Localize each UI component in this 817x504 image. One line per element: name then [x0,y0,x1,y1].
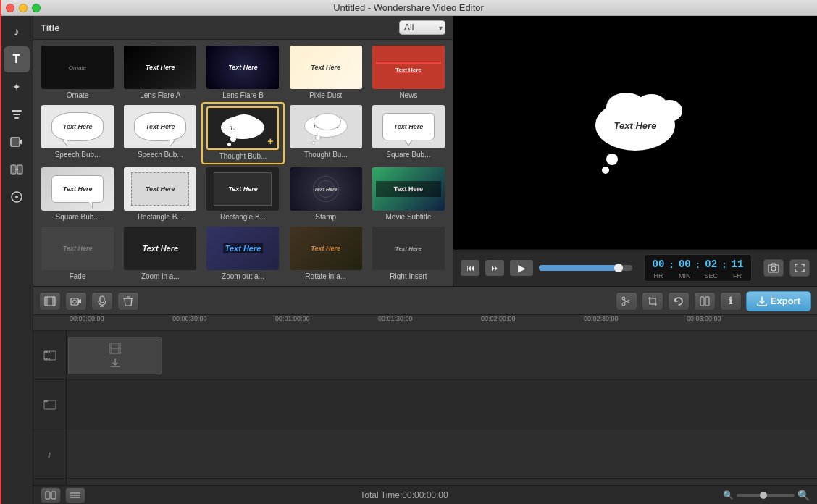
title-thumb-lens-flare-b: Text Here [206,46,279,89]
zoom-thumb[interactable] [760,492,767,499]
title-item-news[interactable]: Text Here News [367,43,450,102]
progress-knob[interactable] [614,264,623,272]
title-item-thought-bub-b[interactable]: Text Here Thought Bu... [285,102,367,164]
split-button[interactable] [694,292,716,311]
title-text-pixie-dust: Text Here [311,64,340,71]
video-clip[interactable]: 🎞 [68,337,162,374]
status-left [41,487,85,503]
zoom-control: 🔍 🔍 [723,490,810,501]
camera-button[interactable] [65,292,87,311]
title-item-zoom-in[interactable]: Text Here Zoom in a... [119,224,201,283]
ruler-tick-1: 00:00:30:00 [172,315,207,322]
audio-track [67,429,817,479]
undo-button[interactable] [668,292,690,311]
svg-rect-1 [13,114,20,115]
svg-rect-16 [100,296,104,303]
filter-select[interactable]: All Basic Stylish Bubble [399,20,445,35]
minimize-button[interactable] [19,4,28,12]
sidebar-item-music[interactable]: ♪ [4,19,30,45]
svg-rect-22 [705,297,709,306]
title-item-speech-bub-a[interactable]: Text Here Speech Bub... [36,102,119,164]
title-thumb-rect-b-a: Text Here [124,167,196,211]
svg-rect-30 [44,400,56,409]
track-label-video [33,331,66,380]
svg-point-10 [771,266,776,271]
title-thumb-pixie-dust: Text Here [290,46,362,89]
close-button[interactable] [6,4,14,12]
svg-rect-2 [14,117,19,119]
title-label-rotate-in: Rotate in a... [305,272,346,280]
title-label-square-bub: Square Bub... [386,151,430,159]
title-item-square-bub[interactable]: Text Here Square Bub... [367,102,450,164]
title-label-thought-bub-b: Thought Bu... [304,151,348,159]
filter-select-wrapper[interactable]: All Basic Stylish Bubble [399,20,445,35]
preview-cloud-tail2 [602,167,609,174]
zoom-slider[interactable] [737,494,795,497]
export-button[interactable]: Export [746,291,811,311]
title-item-lens-flare-a[interactable]: Text Here Lens Flare A [119,43,201,102]
title-label-zoom-out: Zoom out a... [222,272,264,280]
timecode-fr-col: 11 FR [726,256,748,280]
sidebar-item-fx[interactable]: ✦ [4,74,30,100]
title-item-rotate-in[interactable]: Text Here Rotate in a... [285,224,367,283]
title-text-right-insert: Text Here [395,245,422,252]
timecode-min-col: 00 MIN [674,256,695,280]
title-text-speech-bub-b: Text Here [146,123,175,130]
title-item-rect-b-a[interactable]: Text Here Rectangle B... [119,164,201,224]
sidebar-item-filter[interactable] [4,101,30,127]
total-time-display: Total Time:00:00:00:00 [360,490,448,500]
title-item-movie-subtitle[interactable]: Text Here Movie Subtitle [367,164,450,224]
title-item-rect-b-b[interactable]: Text Here Rectangle B... [201,164,284,224]
title-panel-header: Title All Basic Stylish Bubble [33,16,453,40]
title-thumb-square-bub-b: Text Here [41,167,114,211]
sidebar-item-video[interactable] [4,129,30,155]
title-label-speech-bub-b: Speech Bub... [138,151,183,159]
title-item-lens-flare-b[interactable]: Text Here Lens Flare B [201,43,284,102]
sidebar-item-motion[interactable] [4,184,30,210]
title-item-fade[interactable]: Text Here Fade [36,224,119,283]
title-thumb-thought-bub-a: Text Here + [206,106,279,150]
ruler-tick-3: 00:01:30:00 [378,315,413,322]
fit-button[interactable] [39,292,61,311]
main-layout: ♪ T ✦ [0,16,817,504]
frame-back-button[interactable]: ⏭ [485,260,504,276]
progress-bar[interactable] [539,265,632,271]
title-item-right-insert[interactable]: Text Here Right Insert [367,224,450,283]
title-library-panel: Title All Basic Stylish Bubble [33,16,453,286]
screenshot-button[interactable] [763,259,784,277]
title-thumb-movie-subtitle: Text Here [372,167,445,211]
svg-rect-11 [45,297,55,306]
cut-button[interactable] [616,292,637,311]
maximize-button[interactable] [32,4,41,12]
storyboard-view-button[interactable] [41,487,61,503]
track-label-audio: ♪ [33,429,66,479]
mic-button[interactable] [91,292,113,311]
title-item-ornate[interactable]: Ornate Ornate [36,43,119,102]
title-item-pixie-dust[interactable]: Text Here Pixie Dust [285,43,367,102]
rewind-button[interactable]: ⏮ [461,260,479,276]
svg-rect-14 [71,298,78,305]
crop-button[interactable] [642,292,663,311]
sidebar-item-transition[interactable] [4,156,30,182]
sidebar-item-title[interactable]: T [4,46,30,72]
title-panel-label: Title [41,22,60,33]
title-item-speech-bub-b[interactable]: Text Here Speech Bub... [119,102,201,164]
title-thumb-rect-b-b: Text Here [206,167,279,211]
title-thumb-square-bub: Text Here [372,105,445,148]
timeline-view-button[interactable] [65,487,85,503]
svg-rect-31 [44,400,46,402]
title-item-zoom-out[interactable]: Text Here Zoom out a... [201,224,284,283]
info-button[interactable]: ℹ [720,292,742,311]
play-button[interactable]: ▶ [510,260,533,276]
title-text-lens-flare-b: Text Here [228,64,258,71]
title-item-stamp[interactable]: Text Here Stamp [285,164,367,224]
delete-button[interactable] [117,292,139,311]
title-item-thought-bub-a[interactable]: Text Here + Thought Bub... [201,102,284,164]
timecode-min: 00 [674,256,695,272]
svg-point-20 [622,303,625,306]
title-item-square-bub-b[interactable]: Text Here Square Bub... [36,164,119,224]
timecode-sec-col: 02 SEC [700,256,722,280]
title-thumb-news: Text Here [372,46,445,89]
titles-grid: Ornate Ornate Text Here Lens Flare A Tex… [33,40,453,286]
fullscreen-button[interactable] [789,259,810,277]
